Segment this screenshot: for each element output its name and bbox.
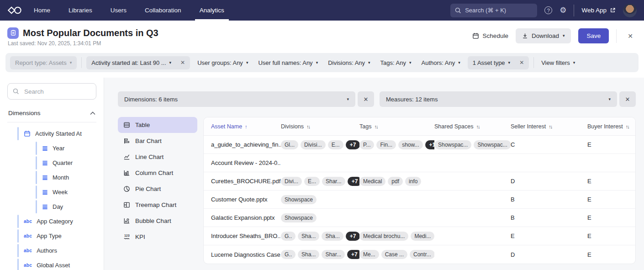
table-row[interactable]: Introducer Sheaths_BRO...G..Sha...Sha...… xyxy=(204,227,635,245)
filter-chip-report-type-assets[interactable]: Report type: Assets▾ xyxy=(10,56,77,69)
sidebar-item-activity-started-at[interactable]: Activity Started At xyxy=(17,127,96,140)
sidebar-search-input[interactable] xyxy=(23,88,91,95)
filter-dropdown-tags-any[interactable]: Tags: Any▾ xyxy=(378,56,414,69)
sidebar-item-global-asset[interactable]: abcGlobal Asset xyxy=(17,259,96,270)
nav-item-libraries[interactable]: Libraries xyxy=(69,0,92,21)
dimensions-section-toggle[interactable]: Dimensions xyxy=(8,110,95,116)
chart-type-column-chart[interactable]: Column Chart xyxy=(118,165,197,181)
table-row[interactable]: Customer Quote.pptxShowspaceBE xyxy=(204,191,635,209)
kpi-chart-icon: 123 xyxy=(123,233,130,240)
chart-type-pie-chart[interactable]: Pie Chart xyxy=(118,181,197,197)
sort-icon: ↑↓ xyxy=(306,124,310,129)
dimensions-clear-button[interactable]: ✕ xyxy=(358,91,374,107)
table-row[interactable]: Galactic Expansion.pptxShowspaceBE xyxy=(204,209,635,227)
user-avatar[interactable] xyxy=(623,4,637,17)
schedule-button[interactable]: Schedule xyxy=(472,32,508,39)
seller-interest-cell: B xyxy=(511,214,587,221)
column-header-shared-spaces[interactable]: Shared Spaces↑↓ xyxy=(434,123,511,130)
remove-filter-icon[interactable]: ✕ xyxy=(517,59,524,66)
chart-type-bubble-chart[interactable]: Bubble Chart xyxy=(118,213,197,229)
tags-cell: P...Fin...show...+1 xyxy=(359,140,434,149)
filter-dropdown-authors-any[interactable]: Authors: Any▾ xyxy=(419,56,463,69)
column-label: Shared Spaces xyxy=(434,123,473,130)
column-label: Divisions xyxy=(281,123,304,130)
sidebar-item-week[interactable]: Week xyxy=(36,185,96,199)
tag-chip: Sha... xyxy=(322,232,343,241)
close-icon[interactable]: ✕ xyxy=(624,31,637,42)
nav-item-users[interactable]: Users xyxy=(111,0,127,21)
sidebar-item-label: Year xyxy=(53,145,64,152)
divisions-cell: G..Sha...Shar...+7 xyxy=(281,250,359,259)
measures-clear-button[interactable]: ✕ xyxy=(619,91,636,107)
column-header-tags[interactable]: Tags↑↓ xyxy=(359,123,434,130)
chevron-down-icon: ▾ xyxy=(169,61,172,65)
global-search-placeholder: Search (⌘ + K) xyxy=(465,7,506,14)
help-icon[interactable]: ? xyxy=(544,6,552,14)
table-header-row: Asset Name↑Divisions↑↓Tags↑↓Shared Space… xyxy=(204,117,635,136)
chart-type-bar-chart[interactable]: Bar Chart xyxy=(118,133,197,149)
table-row[interactable]: a_guide_to_achieving_fin...Gl...Divisi..… xyxy=(204,136,635,154)
nav-item-analytics[interactable]: Analytics xyxy=(200,0,224,21)
sidebar-search[interactable] xyxy=(7,83,96,100)
tag-chip: Contr... xyxy=(410,250,434,259)
chart-type-treemap-chart[interactable]: Treemap Chart xyxy=(118,197,197,213)
tag-chip: G.. xyxy=(281,250,296,259)
filter-chip-activity-started-at-last-90[interactable]: Activity started at: Last 90 ...▾✕ xyxy=(86,56,190,69)
buyer-interest-cell: E xyxy=(587,233,630,239)
nav-items: HomeLibrariesUsersCollaborationAnalytics xyxy=(34,0,224,21)
sidebar-item-quarter[interactable]: Quarter xyxy=(36,156,96,169)
chevron-down-icon: ▾ xyxy=(608,97,611,101)
list-icon xyxy=(42,145,48,151)
sidebar-item-app-type[interactable]: abcApp Type xyxy=(17,229,96,243)
table-row[interactable]: Curettes_BROCHURE.pdfDivi...E...Shar...+… xyxy=(204,172,635,191)
tag-chip: P... xyxy=(359,140,374,149)
chart-type-line-chart[interactable]: Line Chart xyxy=(118,149,197,165)
column-header-buyer-interest[interactable]: Buyer Interest↑↓ xyxy=(587,123,630,130)
remove-filter-icon[interactable]: ✕ xyxy=(179,59,185,66)
svg-text:123: 123 xyxy=(124,234,130,237)
sidebar-item-authors[interactable]: abcAuthors xyxy=(17,244,96,257)
sidebar-item-year[interactable]: Year xyxy=(36,142,96,155)
divisions-cell: Divi...E...Shar...+7 xyxy=(281,177,359,186)
list-icon xyxy=(42,204,48,210)
app-logo-icon[interactable] xyxy=(7,6,22,15)
asset-name-cell: Curettes_BROCHURE.pdf xyxy=(211,178,281,185)
chart-type-table[interactable]: Table xyxy=(118,117,197,133)
save-button[interactable]: Save xyxy=(578,28,609,43)
table-row[interactable]: Account Review - 2024-0... xyxy=(204,154,635,172)
sidebar-item-label: App Category xyxy=(37,218,73,225)
gear-icon[interactable]: ⚙ xyxy=(560,6,566,14)
global-search-input[interactable]: Search (⌘ + K) xyxy=(450,4,537,17)
column-header-seller-interest[interactable]: Seller Interest↑↓ xyxy=(511,123,587,130)
chart-type-kpi[interactable]: 123KPI xyxy=(118,229,197,245)
dimensions-select[interactable]: Dimensions: 6 items ▾ xyxy=(118,91,355,107)
tag-chip: pdf xyxy=(388,177,403,186)
sort-icon: ↑↓ xyxy=(626,124,629,129)
filter-dropdown-user-full-names-any[interactable]: User full names: Any▾ xyxy=(255,56,321,69)
filter-dropdown-view-filters[interactable]: View filters▾ xyxy=(538,56,578,69)
measures-select-label: Measures: 12 items xyxy=(386,96,438,103)
sidebar-item-day[interactable]: Day xyxy=(36,200,96,213)
web-app-link[interactable]: Web App xyxy=(581,7,616,14)
abc-icon: abc xyxy=(24,219,32,224)
download-button[interactable]: Download ▾ xyxy=(516,28,571,43)
nav-item-home[interactable]: Home xyxy=(34,0,50,21)
filter-chip-1-asset-type[interactable]: 1 Asset type▾✕ xyxy=(468,56,529,69)
column-header-asset-name[interactable]: Asset Name↑ xyxy=(211,123,281,130)
measures-select[interactable]: Measures: 12 items ▾ xyxy=(380,91,617,107)
buyer-interest-cell: E xyxy=(587,141,630,148)
filter-dropdown-divisions-any[interactable]: Divisions: Any▾ xyxy=(325,56,373,69)
column-header-divisions[interactable]: Divisions↑↓ xyxy=(281,123,359,130)
sidebar-item-app-category[interactable]: abcApp Category xyxy=(17,215,96,228)
tag-chip: Gl... xyxy=(281,140,298,149)
bar-chart-icon xyxy=(123,138,130,144)
table-row[interactable]: Lucerne Diagnostics Case...G..Sha...Shar… xyxy=(204,245,635,264)
sidebar-item-label: Global Asset xyxy=(37,262,70,269)
column-label: Tags xyxy=(359,123,371,130)
sidebar-item-month[interactable]: Month xyxy=(36,171,96,184)
filter-dropdown-user-groups-any[interactable]: User groups: Any▾ xyxy=(195,56,251,69)
nav-item-collaboration[interactable]: Collaboration xyxy=(145,0,181,21)
dimensions-tree: Activity Started AtYearQuarterMonthWeekD… xyxy=(7,127,96,270)
tag-chip: Showspace xyxy=(281,195,317,204)
sidebar-item-label: Week xyxy=(53,189,68,196)
